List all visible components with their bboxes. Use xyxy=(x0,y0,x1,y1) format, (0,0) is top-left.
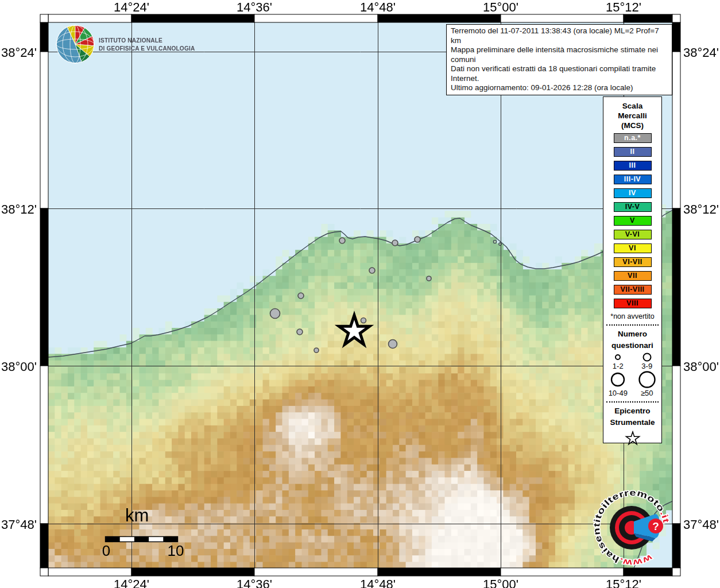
axis-bottom-4: 15°12' xyxy=(598,577,649,588)
observation-point xyxy=(389,340,397,349)
legend-footnote: *non avvertito xyxy=(603,312,661,320)
questionnaire-circle-icon xyxy=(606,370,629,389)
epicenter-title-line1: Epicentro xyxy=(603,405,661,417)
legend-title-line2: Mercalli xyxy=(603,111,661,121)
info-line-map-type: Mappa preliminare delle intensità macros… xyxy=(451,45,668,64)
map-frame-border xyxy=(40,14,680,576)
ingv-logo-line2: DI GEOFISICA E VULCANOLOGIA xyxy=(99,44,195,52)
questionnaire-size-10-49: 10-49 xyxy=(603,370,633,397)
watermark-haisentitoilterremoto-logo: ?www.haisentitoilterremoto.it xyxy=(591,488,672,568)
scale-end-label: 10 xyxy=(165,542,186,560)
axis-left-2: 38°00' xyxy=(0,359,37,374)
questionnaire-circle-icon xyxy=(636,353,659,362)
legend-divider-1 xyxy=(606,324,659,326)
legend-swatch-VVI: V-VI xyxy=(614,230,652,239)
legend-swatch-IV: IV xyxy=(614,188,652,198)
watermark-www: www. xyxy=(617,552,654,568)
questionnaire-size-3-9: 3-9 xyxy=(633,353,662,370)
axis-left-0: 38°24' xyxy=(0,45,37,60)
legend-swatch-V: V xyxy=(614,216,652,226)
questionnaire-size-key: 1-23-910-49≥50 xyxy=(603,353,661,397)
legend-swatch-VI: VI xyxy=(614,243,652,253)
legend-swatch-IIIIV: III-IV xyxy=(614,175,652,184)
axis-bottom-2: 14°48' xyxy=(352,577,404,588)
axis-right-2: 38°00' xyxy=(683,359,720,374)
mercalli-scale-swatches: n.a.*IIIIIIII-IVIVIV-VVV-VIVIVI-VIIVIIVI… xyxy=(603,133,661,308)
legend-swatch-IVV: IV-V xyxy=(614,202,652,212)
info-line-data-source: Dati non verificati estratti da 18 quest… xyxy=(451,64,668,83)
axis-top-4: 15°12' xyxy=(598,0,649,15)
observation-point xyxy=(392,240,398,246)
scale-unit-label: km xyxy=(125,505,149,526)
axis-bottom-3: 15°00' xyxy=(475,577,527,588)
axis-top-3: 15°00' xyxy=(475,0,527,15)
legend-swatch-na: n.a.* xyxy=(614,133,652,143)
legend-title: Scala Mercalli (MCS) xyxy=(603,97,661,130)
ingv-globe-icon xyxy=(55,24,95,64)
axis-top-1: 14°36' xyxy=(229,0,280,15)
questionnaire-title-line2: questionari xyxy=(603,340,661,351)
ingv-logo-text: ISTITUTO NAZIONALE DI GEOFISICA E VULCAN… xyxy=(99,36,195,52)
observation-point xyxy=(427,276,431,281)
legend-swatch-VII: VII xyxy=(614,271,652,281)
observation-point xyxy=(361,318,366,323)
axis-right-3: 37°48' xyxy=(683,517,720,532)
questionnaire-size-≥50: ≥50 xyxy=(633,370,662,397)
legend-panel: Scala Mercalli (MCS) n.a.*IIIIIIII-IVIVI… xyxy=(603,96,662,443)
legend-swatch-III: III xyxy=(614,161,652,171)
ingv-logo: ISTITUTO NAZIONALE DI GEOFISICA E VULCAN… xyxy=(55,24,208,64)
observation-point xyxy=(415,237,420,242)
legend-swatch-II: II xyxy=(614,147,652,157)
earthquake-info-box: Terremoto del 11-07-2011 13:38:43 (ora l… xyxy=(446,24,672,95)
observation-point xyxy=(369,268,375,273)
questionnaire-size-label: 10-49 xyxy=(609,389,628,397)
legend-divider-2 xyxy=(606,401,659,403)
axis-right-1: 38°12' xyxy=(683,202,720,217)
questionnaire-title-line1: Numero xyxy=(603,328,661,340)
epicenter-title-line2: Strumentale xyxy=(603,417,661,428)
questionnaire-circle-icon xyxy=(606,353,629,362)
questionnaire-count-title: Numero questionari xyxy=(603,328,661,351)
axis-left-1: 38°12' xyxy=(0,202,37,217)
axis-bottom-0: 14°24' xyxy=(106,577,157,588)
scale-bar xyxy=(106,537,178,542)
macroseismic-map-page: ?www.haisentitoilterremoto.it 14°24'14°3… xyxy=(0,0,720,588)
observation-point xyxy=(339,238,345,243)
questionnaire-size-1-2: 1-2 xyxy=(603,353,633,370)
axis-right-0: 38°24' xyxy=(683,45,720,60)
questionnaire-size-label: 1-2 xyxy=(613,362,624,370)
info-line-updated: Ultimo aggiornamento: 09-01-2026 12:28 (… xyxy=(451,83,668,93)
epicenter-section-title: Epicentro Strumentale xyxy=(603,405,661,428)
legend-title-line3: (MCS) xyxy=(603,121,661,130)
epicenter-star-key-icon xyxy=(624,431,642,447)
legend-title-line1: Scala xyxy=(603,101,661,111)
scale-start-label: 0 xyxy=(98,542,115,560)
questionnaire-size-label: ≥50 xyxy=(641,389,653,397)
questionnaire-size-label: 3-9 xyxy=(641,362,652,370)
axis-left-3: 37°48' xyxy=(0,517,37,532)
observation-point xyxy=(297,329,303,335)
axis-top-0: 14°24' xyxy=(106,0,157,15)
questionnaire-circle-icon xyxy=(636,370,659,389)
info-line-event: Terremoto del 11-07-2011 13:38:43 (ora l… xyxy=(451,26,668,45)
observation-point xyxy=(270,309,280,319)
legend-swatch-VIIVIII: VII-VIII xyxy=(614,285,652,295)
axis-bottom-1: 14°36' xyxy=(229,577,280,588)
question-mark: ? xyxy=(652,520,659,532)
observation-point xyxy=(298,293,304,299)
axis-top-2: 14°48' xyxy=(352,0,404,15)
ingv-logo-line1: ISTITUTO NAZIONALE xyxy=(99,36,195,44)
legend-swatch-VIII: VIII xyxy=(614,299,652,308)
observation-point xyxy=(314,348,319,353)
legend-swatch-VIVII: VI-VII xyxy=(614,257,652,267)
